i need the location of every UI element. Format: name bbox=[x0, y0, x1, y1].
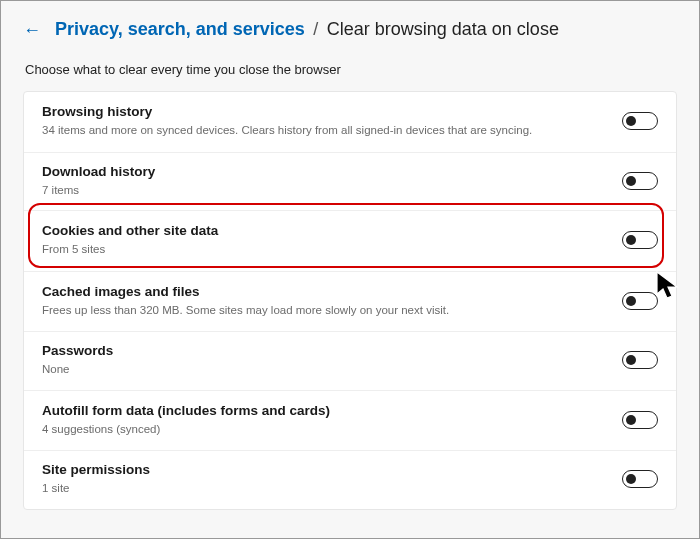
setting-download-history: Download history 7 items bbox=[24, 153, 676, 212]
toggle-download-history[interactable] bbox=[622, 172, 658, 190]
setting-site-permissions: Site permissions 1 site bbox=[24, 451, 676, 509]
setting-title: Passwords bbox=[42, 343, 622, 358]
toggle-browsing-history[interactable] bbox=[622, 112, 658, 130]
setting-subtitle: 1 site bbox=[42, 481, 622, 497]
setting-title: Cached images and files bbox=[42, 284, 622, 299]
setting-browsing-history: Browsing history 34 items and more on sy… bbox=[24, 92, 676, 153]
setting-subtitle: 34 items and more on synced devices. Cle… bbox=[42, 123, 622, 139]
setting-subtitle: 7 items bbox=[42, 183, 622, 199]
toggle-passwords[interactable] bbox=[622, 351, 658, 369]
setting-title: Site permissions bbox=[42, 462, 622, 477]
setting-cached-images: Cached images and files Frees up less th… bbox=[24, 272, 676, 333]
back-arrow-icon[interactable]: ← bbox=[23, 21, 41, 39]
toggle-cookies[interactable] bbox=[622, 231, 658, 249]
breadcrumb-parent[interactable]: Privacy, search, and services bbox=[55, 19, 305, 39]
setting-title: Autofill form data (includes forms and c… bbox=[42, 403, 622, 418]
breadcrumb-separator: / bbox=[313, 19, 318, 39]
setting-title: Cookies and other site data bbox=[42, 223, 622, 238]
breadcrumb: ← Privacy, search, and services / Clear … bbox=[23, 19, 677, 40]
setting-cookies: Cookies and other site data From 5 sites bbox=[24, 211, 676, 272]
toggle-site-permissions[interactable] bbox=[622, 470, 658, 488]
toggle-cached-images[interactable] bbox=[622, 292, 658, 310]
setting-subtitle: None bbox=[42, 362, 622, 378]
setting-subtitle: From 5 sites bbox=[42, 242, 622, 258]
setting-passwords: Passwords None bbox=[24, 332, 676, 391]
setting-autofill: Autofill form data (includes forms and c… bbox=[24, 391, 676, 452]
settings-list: Browsing history 34 items and more on sy… bbox=[23, 91, 677, 510]
intro-text: Choose what to clear every time you clos… bbox=[23, 62, 677, 77]
setting-title: Browsing history bbox=[42, 104, 622, 119]
setting-title: Download history bbox=[42, 164, 622, 179]
breadcrumb-current: Clear browsing data on close bbox=[327, 19, 559, 39]
toggle-autofill[interactable] bbox=[622, 411, 658, 429]
setting-subtitle: 4 suggestions (synced) bbox=[42, 422, 622, 438]
setting-subtitle: Frees up less than 320 MB. Some sites ma… bbox=[42, 303, 622, 319]
